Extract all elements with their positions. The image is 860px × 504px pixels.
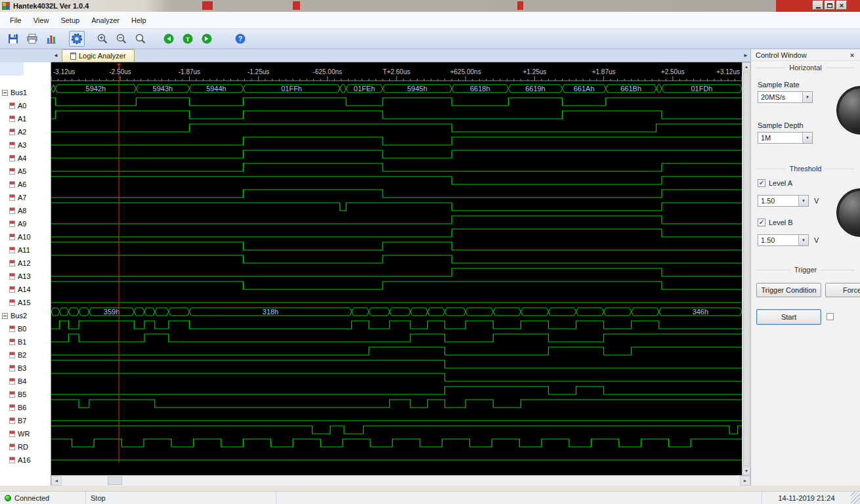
level-a-select[interactable]: 1.50 ▼ [758, 195, 809, 207]
channel-item-b1[interactable]: B1 [0, 335, 51, 348]
wave-plot[interactable]: -3.12us-2.50us-1.87us-1.25us-625.00nsT+2… [51, 62, 742, 475]
level-b-checkbox[interactable]: ✓ Level B [758, 219, 793, 226]
start-button[interactable]: Start [756, 309, 821, 325]
sample-rate-select[interactable]: 20MS/s ▼ [758, 91, 813, 103]
force-button[interactable]: Force [825, 283, 860, 297]
level-a-checkbox[interactable]: ✓ Level A [758, 179, 792, 187]
channel-item-a5[interactable]: A5 [0, 165, 51, 178]
channel-item-a2[interactable]: A2 [0, 125, 51, 138]
scroll-up-icon[interactable]: ▲ [742, 62, 750, 71]
channel-item-a12[interactable]: A12 [0, 257, 51, 270]
channel-item-a4[interactable]: A4 [0, 152, 51, 165]
channel-item-b0[interactable]: B0 [0, 322, 51, 335]
print-button[interactable] [24, 31, 40, 47]
tab-scroll-left-icon[interactable]: ◄ [51, 49, 60, 62]
control-window-title: Control Window [756, 51, 807, 59]
horizontal-knob[interactable] [836, 86, 860, 135]
channel-item-a8[interactable]: A8 [0, 204, 51, 217]
menu-item-view[interactable]: View [28, 14, 55, 27]
save-button[interactable] [5, 31, 21, 47]
chevron-down-icon[interactable]: ▼ [798, 196, 808, 206]
bus-value-label: 6619h [525, 85, 546, 93]
settings-button[interactable] [69, 31, 85, 47]
section-horizontal: Horizontal [756, 64, 855, 72]
channel-item-wr[interactable]: WR [0, 427, 51, 440]
trigger-condition-button[interactable]: Trigger Condition [756, 283, 821, 297]
channel-icon [9, 260, 15, 266]
workspace: Bus1A0A1A2A3A4A5A6A7A8A9A10A11A12A13A14A… [0, 49, 860, 486]
panel-close-icon[interactable]: × [848, 51, 857, 59]
horizontal-scrollbar[interactable]: ◄ ► [51, 475, 750, 486]
zoom-in-button[interactable] [95, 31, 110, 47]
hscroll-thumb[interactable] [108, 476, 122, 485]
go-next-button[interactable] [199, 31, 215, 47]
chevron-down-icon[interactable]: ▼ [802, 133, 812, 143]
channel-item-a0[interactable]: A0 [0, 99, 51, 112]
channel-label: A6 [18, 180, 26, 188]
channel-item-a7[interactable]: A7 [0, 191, 51, 204]
go-trigger-button[interactable]: T [180, 31, 196, 47]
channel-item-a3[interactable]: A3 [0, 138, 51, 152]
bus-value-label: 5943h [153, 85, 173, 93]
sidebar-top-decoration [0, 62, 24, 75]
vertical-scrollbar[interactable]: ▲ ▼ [742, 62, 750, 475]
scroll-left-icon[interactable]: ◄ [51, 476, 62, 486]
collapse-icon[interactable] [2, 90, 8, 96]
channel-sidebar: Bus1A0A1A2A3A4A5A6A7A8A9A10A11A12A13A14A… [0, 49, 51, 486]
channel-item-a11[interactable]: A11 [0, 243, 51, 257]
maximize-button[interactable] [825, 1, 835, 10]
channel-icon [9, 326, 15, 332]
zoom-reset-button[interactable] [133, 31, 148, 47]
chevron-down-icon[interactable]: ▼ [802, 92, 812, 102]
channel-label: A10 [18, 233, 31, 241]
menu-item-help[interactable]: Help [125, 14, 152, 27]
channel-item-b2[interactable]: B2 [0, 348, 51, 362]
chart-button[interactable] [43, 31, 59, 47]
bus-item-bus2[interactable]: Bus2 [0, 309, 51, 322]
channel-item-b3[interactable]: B3 [0, 362, 51, 375]
close-button[interactable]: × [836, 1, 847, 10]
channel-item-a14[interactable]: A14 [0, 283, 51, 296]
channel-item-b4[interactable]: B4 [0, 375, 51, 388]
resize-grip[interactable] [851, 492, 860, 504]
threshold-knob[interactable] [836, 188, 860, 237]
minimize-button[interactable] [813, 1, 823, 10]
vscroll-thumb[interactable] [743, 72, 750, 466]
channel-item-a1[interactable]: A1 [0, 112, 51, 125]
channel-item-b5[interactable]: B5 [0, 388, 51, 401]
go-previous-button[interactable] [161, 31, 177, 47]
collapse-icon[interactable] [2, 313, 8, 319]
chevron-down-icon[interactable]: ▼ [798, 235, 808, 245]
bus-value-label: 661Ah [574, 85, 595, 93]
zoom-out-button[interactable] [114, 31, 129, 47]
menu-item-file[interactable]: File [4, 14, 28, 27]
channel-item-rd[interactable]: RD [0, 440, 51, 453]
channel-item-a13[interactable]: A13 [0, 270, 51, 283]
channel-item-a6[interactable]: A6 [0, 178, 51, 191]
sample-depth-select[interactable]: 1M ▼ [758, 132, 813, 144]
channel-item-a9[interactable]: A9 [0, 217, 51, 230]
level-b-select[interactable]: 1.50 ▼ [758, 234, 809, 246]
background-window-fragment [517, 1, 523, 10]
titlebar[interactable]: Hantek4032L Ver 1.0.4 × [0, 0, 860, 12]
level-a-unit: V [814, 197, 819, 205]
channel-label: RD [18, 443, 28, 451]
channel-item-a16[interactable]: A16 [0, 453, 51, 467]
channel-icon [9, 430, 15, 437]
tab-logic-analyzer[interactable]: Logic Analyzer [62, 49, 135, 62]
scroll-down-icon[interactable]: ▼ [742, 467, 750, 475]
channel-item-a15[interactable]: A15 [0, 296, 51, 309]
minimize-icon [816, 7, 821, 9]
channel-item-b6[interactable]: B6 [0, 401, 51, 414]
menu-item-setup[interactable]: Setup [54, 14, 85, 27]
help-button[interactable]: ? [232, 31, 248, 47]
toolbar: T ? [0, 29, 860, 49]
channel-item-a10[interactable]: A10 [0, 230, 51, 243]
scroll-right-icon[interactable]: ► [740, 476, 750, 486]
menu-item-analyzer[interactable]: Analyzer [85, 14, 125, 27]
tab-scroll-right-icon[interactable]: ► [741, 49, 750, 62]
start-option-checkbox[interactable] [827, 313, 834, 320]
channel-item-b7[interactable]: B7 [0, 414, 51, 427]
bus-item-bus1[interactable]: Bus1 [0, 86, 51, 99]
print-icon [26, 33, 38, 45]
